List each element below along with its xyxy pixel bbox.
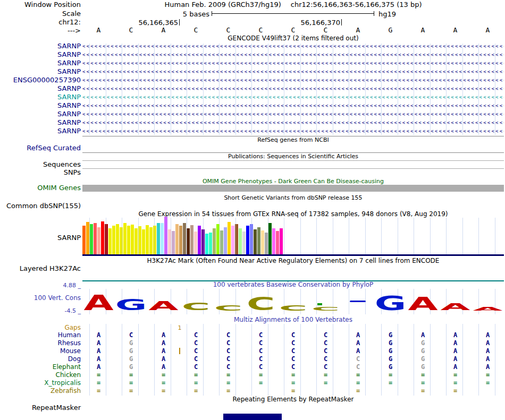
alignment-base: A (147, 364, 180, 371)
gene-strand-arrows[interactable]: <<<<<<<<<<<<<<<<<<<<<<<<<<<<<<<<<<<<<<<<… (82, 52, 504, 58)
species-label[interactable]: Human (58, 332, 81, 339)
alignment-base: A (472, 348, 504, 355)
gene-label[interactable]: SARNP (57, 85, 81, 92)
insertion-tick (179, 348, 180, 354)
alignment-base: C (212, 364, 245, 371)
gene-strand-arrows[interactable]: <<<<<<<<<<<<<<<<<<<<<<<<<<<<<<<<<<<<<<<<… (82, 111, 504, 117)
gene-label[interactable]: SARNP (57, 51, 81, 58)
track-separator (82, 160, 504, 161)
gene-strand-arrows[interactable]: <<<<<<<<<<<<<<<<<<<<<<<<<<<<<<<<<<<<<<<<… (82, 94, 504, 100)
gridline (187, 218, 187, 254)
gtex-bar (138, 226, 141, 255)
alignment-base: C (245, 348, 277, 355)
gtex-bar (276, 231, 279, 255)
species-label[interactable]: Rhesus (58, 340, 81, 347)
alignment-base: G (115, 340, 147, 347)
gridline (284, 218, 284, 254)
gene-label[interactable]: SARNP (57, 127, 81, 134)
gene-strand-arrows[interactable]: <<<<<<<<<<<<<<<<<<<<<<<<<<<<<<<<<<<<<<<<… (82, 77, 504, 83)
gtex-bar (112, 226, 115, 255)
species-label[interactable]: X_tropicalis (44, 380, 81, 387)
refseq-title: RefSeq genes from NCBI (82, 137, 504, 143)
omim-dense-bar[interactable] (82, 185, 504, 192)
gene-strand-arrows[interactable]: <<<<<<<<<<<<<<<<<<<<<<<<<<<<<<<<<<<<<<<<… (82, 119, 504, 126)
gtex-bar (280, 228, 283, 255)
gtex-bar (97, 227, 100, 255)
gridline (268, 218, 268, 254)
alignment-base: A (147, 332, 180, 339)
position-text: chr12:56,166,363-56,166,375 (13 bp) (291, 1, 422, 8)
gridline (122, 218, 122, 254)
gene-label[interactable]: SARNP (57, 68, 81, 75)
repeatmasker-element[interactable] (223, 414, 282, 420)
species-label[interactable]: Zebrafish (50, 388, 81, 395)
gtex-bar (220, 230, 223, 255)
gene-label[interactable]: SARNP (57, 93, 81, 100)
sequences-label[interactable]: Sequences (43, 161, 81, 168)
gtex-bar (134, 228, 138, 255)
gene-label[interactable]: SARNP (57, 42, 81, 49)
species-label[interactable]: Chicken (56, 372, 81, 379)
reference-base: A (147, 27, 180, 34)
omim-genes-label[interactable]: OMIM Genes (37, 184, 81, 191)
gtex-bar (257, 227, 260, 255)
alignment-base: C (212, 332, 245, 339)
coordinate-right-tick (341, 19, 342, 25)
reference-base: A (472, 27, 504, 34)
gene-strand-arrows[interactable]: <<<<<<<<<<<<<<<<<<<<<<<<<<<<<<<<<<<<<<<<… (82, 102, 504, 109)
alignment-base: = (407, 372, 439, 379)
alignment-base: C (309, 356, 342, 363)
gridline (171, 218, 171, 254)
species-label[interactable]: Mouse (60, 348, 81, 355)
gtex-bar (228, 222, 231, 255)
alignment-base: = (115, 380, 147, 387)
alignment-base: = (309, 380, 342, 387)
gene-label[interactable]: SARNP (57, 110, 81, 117)
alignment-base: C (245, 356, 277, 363)
repeatmasker-label[interactable]: RepeatMasker (32, 404, 81, 411)
alignment-base: = (180, 380, 212, 387)
alignment-base: C (342, 364, 374, 371)
gene-label[interactable]: SARNP (57, 102, 81, 109)
gtex-bar (239, 228, 242, 255)
gtex-bar (161, 223, 164, 255)
gene-strand-arrows[interactable]: <<<<<<<<<<<<<<<<<<<<<<<<<<<<<<<<<<<<<<<<… (82, 43, 504, 49)
gtex-bar (149, 227, 153, 255)
gridline (495, 218, 495, 254)
gtex-bar (179, 226, 182, 255)
gridline (235, 218, 236, 254)
gene-strand-arrows[interactable]: <<<<<<<<<<<<<<<<<<<<<<<<<<<<<<<<<<<<<<<<… (82, 85, 504, 92)
position-line: Human Feb. 2009 (GRCh37/hg19)chr12:56,16… (82, 1, 504, 8)
h3k27ac-title: H3K27Ac Mark (Often Found Near Active Re… (82, 258, 504, 264)
gridline (462, 218, 463, 254)
species-label[interactable]: Elephant (53, 364, 81, 371)
gene-label[interactable]: ENSG00000257390 (13, 76, 81, 83)
alignment-base: C (180, 340, 212, 347)
reference-base: A (407, 27, 439, 34)
gtex-bar (153, 226, 156, 255)
gtex-gene-label[interactable]: SARNP (57, 234, 81, 241)
gtex-bar (142, 229, 145, 255)
gene-strand-arrows[interactable]: <<<<<<<<<<<<<<<<<<<<<<<<<<<<<<<<<<<<<<<<… (82, 68, 504, 75)
refseq-curated-label[interactable]: RefSeq Curated (27, 144, 81, 151)
snps-label[interactable]: SNPs (64, 169, 81, 176)
vert-cons-label[interactable]: 100 Vert. Cons (34, 295, 81, 302)
alignment-base: G (374, 364, 407, 371)
gene-strand-arrows[interactable]: <<<<<<<<<<<<<<<<<<<<<<<<<<<<<<<<<<<<<<<<… (82, 128, 504, 134)
gtex-bar (205, 234, 208, 255)
common-dbsnp-label[interactable]: Common dbSNP(155) (6, 202, 81, 209)
gene-label[interactable]: SARNP (57, 59, 81, 66)
species-label[interactable]: Dog (68, 356, 81, 363)
alignment-base: C (180, 356, 212, 363)
gene-strand-arrows[interactable]: <<<<<<<<<<<<<<<<<<<<<<<<<<<<<<<<<<<<<<<<… (82, 60, 504, 66)
gtex-bar (157, 223, 160, 255)
gtex-bar-chart[interactable] (82, 218, 504, 255)
reference-base: C (115, 27, 147, 34)
gtex-bar (131, 225, 134, 255)
alignment-base: = (342, 372, 374, 379)
h3k27ac-label[interactable]: Layered H3K27Ac (20, 265, 81, 272)
alignment-base: C (277, 332, 309, 339)
gene-label[interactable]: SARNP (57, 119, 81, 126)
gtex-bar (224, 227, 227, 255)
scale-label: Scale (62, 10, 81, 17)
